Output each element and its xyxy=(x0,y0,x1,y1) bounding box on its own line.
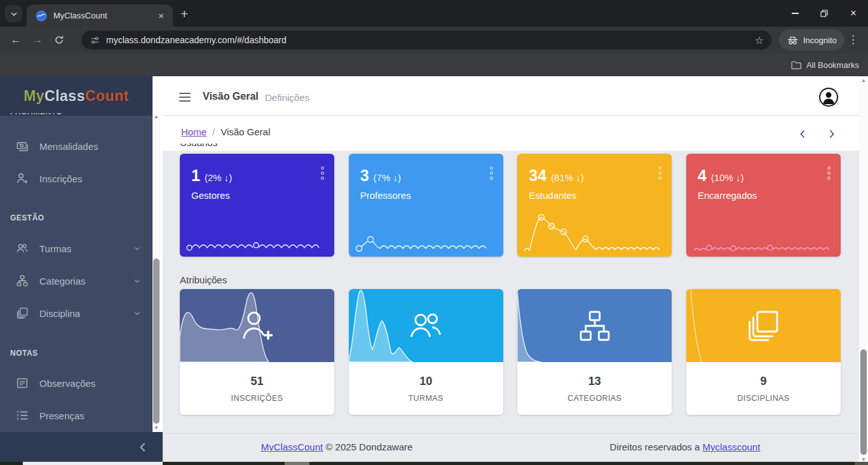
footer-rights-prefix: Direitos reservados a xyxy=(610,441,700,452)
person-plus-icon xyxy=(15,172,29,185)
sidebar-item-mensalidades[interactable]: Mensalidades xyxy=(0,137,153,156)
card-menu-icon[interactable] xyxy=(490,166,493,180)
restore-button[interactable] xyxy=(810,0,839,27)
browser-menu-icon[interactable]: ⋮ xyxy=(848,33,858,46)
stat-label: Gestores xyxy=(191,190,323,201)
stat-card-estudantes: 34(81% ↓) Estudantes xyxy=(517,154,672,257)
layers-icon xyxy=(15,306,29,320)
sidebar-item-presencas[interactable]: Presenças xyxy=(0,406,153,425)
assignment-card-inscricoes[interactable]: 51 INSCRIÇÕES xyxy=(180,289,334,415)
sidebar-section-gestao: GESTÃO xyxy=(10,213,44,222)
assignment-card-body: 9 DISCIPLINAS xyxy=(686,362,841,403)
page-next-icon[interactable] xyxy=(827,129,837,139)
new-tab-button[interactable]: + xyxy=(180,6,188,22)
assignment-card-disciplinas[interactable]: 9 DISCIPLINAS xyxy=(686,289,841,415)
app-logo-text: MyClassCount xyxy=(24,88,129,105)
card-menu-icon[interactable] xyxy=(658,166,661,180)
footer-brand-link[interactable]: MyClassCount xyxy=(261,441,323,452)
assignment-card-header xyxy=(686,289,841,362)
navbar-tab-visao-geral[interactable]: Visão Geral xyxy=(203,91,259,102)
sidebar-collapse-bar[interactable] xyxy=(0,432,163,462)
stat-card-encarregados: 4(10% ↓) Encarregados xyxy=(686,154,841,257)
breadcrumb-current: Visão Geral xyxy=(220,126,270,137)
stat-label: Professores xyxy=(360,190,492,201)
stat-value: 34 xyxy=(529,166,546,184)
assignment-card-turmas[interactable]: 10 TURMAS xyxy=(349,289,503,415)
sidebar-item-turmas[interactable]: Turmas xyxy=(0,239,153,258)
tab-search-button[interactable] xyxy=(5,5,22,22)
stat-label: Estudantes xyxy=(529,190,660,201)
all-bookmarks-button[interactable]: All Bookmarks xyxy=(791,53,859,76)
footer-divider xyxy=(163,433,859,434)
footer-rights: Direitos reservados a Myclasscount xyxy=(511,441,859,452)
sidebar-item-inscricoes[interactable]: Inscrições xyxy=(0,169,153,188)
card-menu-icon[interactable] xyxy=(321,166,324,180)
background-window-edge xyxy=(23,462,163,465)
assignment-label: TURMAS xyxy=(349,394,503,403)
navbar-tab-definicoes[interactable]: Definições xyxy=(265,92,309,103)
address-bar[interactable]: myclass.dondzaneacademy.com/#/dashboard … xyxy=(81,30,771,50)
incognito-label: Incognito xyxy=(803,36,837,45)
reload-button[interactable] xyxy=(48,35,70,45)
assignment-card-header xyxy=(517,289,672,362)
tab-close-icon[interactable]: × xyxy=(156,10,166,22)
minimize-icon xyxy=(792,13,799,14)
url-text[interactable]: myclass.dondzaneacademy.com/#/dashboard xyxy=(106,35,755,45)
user-avatar[interactable] xyxy=(819,88,838,107)
sidebar-item-categorias[interactable]: Categorias xyxy=(0,271,153,290)
sidebar-item-observacoes[interactable]: Observações xyxy=(0,374,153,393)
app-logo[interactable]: MyClassCount xyxy=(0,76,153,116)
browser-tab[interactable]: MyClassCount × xyxy=(27,4,173,27)
site-settings-icon[interactable] xyxy=(90,36,100,45)
forward-button[interactable]: → xyxy=(27,34,48,46)
assignment-card-categorias[interactable]: 13 CATEGORIAS xyxy=(517,289,672,415)
folder-icon xyxy=(791,61,801,69)
breadcrumb-home-link[interactable]: Home xyxy=(181,126,207,137)
person-plus-icon xyxy=(237,306,278,346)
assignment-card-body: 13 CATEGORIAS xyxy=(517,362,672,403)
reload-icon xyxy=(54,35,64,45)
sidebar-item-label: Turmas xyxy=(39,243,71,254)
card-menu-icon[interactable] xyxy=(827,166,831,180)
background-window-edge xyxy=(285,462,309,465)
page-scrollbar-thumb[interactable] xyxy=(860,349,867,455)
stat-cards-row: 1(2% ↓) Gestores 3(7% ↓) Professores 34( xyxy=(180,154,841,257)
sidebar-item-label: Inscrições xyxy=(39,173,83,184)
sidebar-scroll-up-icon[interactable]: ▲ xyxy=(153,112,160,121)
page-scroll-up-icon[interactable]: ▲ xyxy=(859,78,868,83)
assignment-label: DISCIPLINAS xyxy=(686,394,841,403)
sidebar-item-disciplina[interactable]: Disciplina xyxy=(0,304,153,323)
stat-value: 4 xyxy=(698,166,707,184)
page-prev-icon[interactable] xyxy=(797,129,808,139)
window-controls: × xyxy=(780,0,868,27)
collapse-left-icon xyxy=(139,442,146,452)
minimize-button[interactable] xyxy=(780,0,810,27)
stat-percent: (10% ↓) xyxy=(711,172,744,183)
footer-rights-link[interactable]: Myclasscount xyxy=(703,441,761,452)
bookmark-star-icon[interactable]: ☆ xyxy=(755,34,764,46)
assignment-value: 51 xyxy=(180,375,334,388)
restore-icon xyxy=(820,10,828,17)
sidebar-scrollbar-thumb[interactable] xyxy=(153,259,159,424)
assignment-value: 10 xyxy=(349,375,503,388)
stat-percent: (7% ↓) xyxy=(374,172,401,183)
sidebar-section-notas: NOTAS xyxy=(10,349,38,358)
layers-icon xyxy=(743,306,783,346)
sparkline xyxy=(522,209,667,253)
sidebar-item-label: Mensalidades xyxy=(39,141,98,152)
section-title-atribuicoes: Atribuições xyxy=(180,274,227,285)
back-button[interactable]: ← xyxy=(5,34,27,46)
hamburger-menu-icon[interactable] xyxy=(179,93,191,102)
footer: MyClassCount © 2025 Dondzaware Direitos … xyxy=(163,441,859,452)
sidebar-item-label: Presenças xyxy=(39,410,85,421)
background-window-edge xyxy=(855,462,868,465)
stat-percent: (81% ↓) xyxy=(551,172,584,183)
sparkline xyxy=(185,224,329,253)
assignment-cards-row: 51 INSCRIÇÕES 10 TURMAS xyxy=(180,289,841,415)
assignment-label: CATEGORIAS xyxy=(517,394,672,403)
sidebar-item-label: Categorias xyxy=(39,276,86,286)
close-button[interactable]: × xyxy=(839,0,868,27)
sidebar-section-pagamento: PAGAMENTO xyxy=(10,113,62,118)
chevron-down-icon xyxy=(133,277,141,285)
sidebar-item-label: Observações xyxy=(39,378,95,389)
